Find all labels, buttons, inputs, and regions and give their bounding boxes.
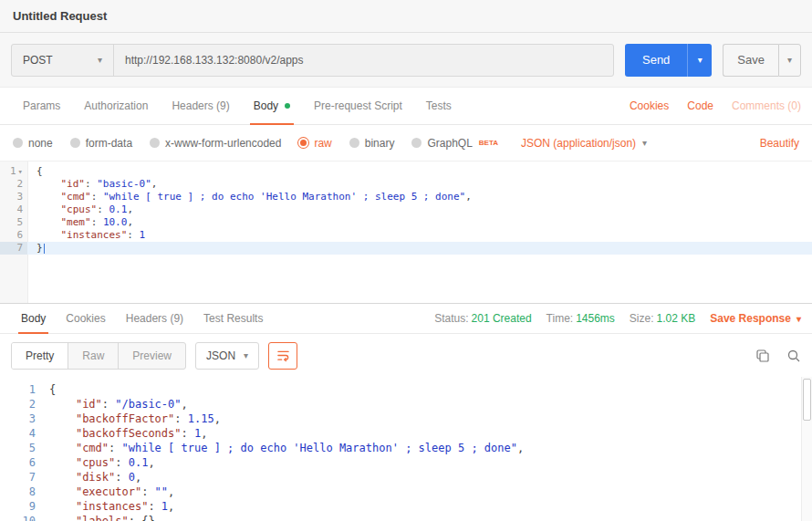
- cookies-link[interactable]: Cookies: [630, 99, 669, 112]
- tab-body[interactable]: Body: [242, 88, 302, 124]
- tab-tests[interactable]: Tests: [414, 88, 463, 124]
- code-text: "id": "basic-0",: [27, 178, 812, 191]
- line-number: 5: [0, 441, 40, 455]
- code-text: "mem": 10.0,: [27, 216, 812, 229]
- send-dropdown-button[interactable]: ▾: [687, 44, 712, 77]
- body-indicator-dot: [285, 103, 290, 109]
- response-tab-body[interactable]: Body: [11, 304, 56, 333]
- response-format-label: JSON: [206, 349, 235, 362]
- beautify-link[interactable]: Beautify: [760, 137, 799, 150]
- line-number: 7: [0, 242, 27, 255]
- line-number: 3: [0, 412, 40, 426]
- line-number: 4: [0, 203, 27, 216]
- url-input[interactable]: [114, 45, 613, 76]
- wrap-text-button[interactable]: [268, 342, 297, 370]
- code-text: "backoffFactor": 1.15,: [40, 412, 812, 426]
- line-number: 7: [0, 470, 40, 485]
- radio-icon: [349, 138, 359, 148]
- chevron-down-icon: ▾: [642, 138, 647, 148]
- code-line: 4 "cpus": 0.1,: [0, 203, 812, 216]
- content-type-dropdown[interactable]: JSON (application/json) ▾: [521, 137, 647, 150]
- view-preview-button[interactable]: Preview: [119, 343, 185, 369]
- chevron-down-icon: ▾: [796, 314, 801, 324]
- body-type-label: x-www-form-urlencoded: [165, 137, 281, 150]
- comments-link[interactable]: Comments (0): [732, 99, 801, 112]
- method-label: POST: [23, 54, 53, 67]
- body-type-label: GraphQL: [427, 137, 472, 150]
- send-button[interactable]: Send: [625, 44, 687, 77]
- save-dropdown-button[interactable]: ▾: [778, 44, 801, 77]
- code-text: "labels": {},: [40, 514, 812, 521]
- code-text: "cmd": "while [ true ] ; do echo 'Hello …: [40, 441, 812, 455]
- request-body-editor[interactable]: 1{2 "id": "basic-0",3 "cmd": "while [ tr…: [0, 162, 812, 304]
- line-number: 8: [0, 485, 40, 499]
- radio-icon: [411, 138, 422, 148]
- line-number: 6: [0, 229, 27, 242]
- line-number: 1: [0, 165, 27, 178]
- search-icon[interactable]: [786, 349, 801, 363]
- line-number: 2: [0, 397, 40, 412]
- line-number: 9: [0, 499, 40, 514]
- body-type-urlencoded[interactable]: x-www-form-urlencoded: [150, 137, 281, 150]
- code-text: "id": "/basic-0",: [40, 397, 812, 412]
- response-tab-cookies[interactable]: Cookies: [56, 304, 115, 333]
- tab-headers[interactable]: Headers (9): [160, 88, 241, 124]
- body-type-raw[interactable]: raw: [298, 137, 331, 150]
- view-pretty-button[interactable]: Pretty: [12, 343, 68, 369]
- tab-params[interactable]: Params: [11, 88, 72, 124]
- tab-body-label: Body: [254, 99, 278, 112]
- response-tab-test-results[interactable]: Test Results: [193, 304, 273, 333]
- code-line: 3 "backoffFactor": 1.15,: [0, 412, 812, 426]
- line-number: 4: [0, 426, 40, 441]
- radio-icon: [13, 138, 23, 148]
- code-text: }: [27, 242, 812, 255]
- code-text: "executor": "",: [40, 485, 812, 499]
- tab-pre-request-script[interactable]: Pre-request Script: [302, 88, 414, 124]
- save-button[interactable]: Save: [723, 44, 778, 77]
- size-badge: Size:1.02 KB: [630, 312, 695, 325]
- url-group: POST ▾: [11, 44, 614, 77]
- chevron-down-icon: ▾: [98, 55, 102, 65]
- body-type-label: binary: [365, 137, 395, 150]
- code-line: 7}: [0, 242, 812, 255]
- body-type-binary[interactable]: binary: [349, 137, 395, 150]
- code-line: 6 "cpus": 0.1,: [0, 455, 812, 470]
- request-tabs: Params Authorization Headers (9) Body Pr…: [0, 88, 812, 125]
- code-text: "backoffSeconds": 1,: [40, 426, 812, 441]
- response-body-viewer[interactable]: 1{2 "id": "/basic-0",3 "backoffFactor": …: [0, 377, 812, 521]
- wrap-text-icon: [276, 349, 290, 362]
- response-toolbar-right: [755, 349, 801, 363]
- code-text: "cpus": 0.1,: [40, 455, 812, 470]
- save-response-button[interactable]: Save Response ▾: [710, 312, 801, 325]
- request-title: Untitled Request: [13, 9, 107, 23]
- code-line: 2 "id": "basic-0",: [0, 178, 812, 191]
- request-bar: POST ▾ Send ▾ Save ▾: [0, 33, 812, 88]
- method-dropdown[interactable]: POST ▾: [12, 45, 114, 76]
- code-text: "instances": 1: [27, 229, 812, 242]
- code-link[interactable]: Code: [687, 99, 713, 112]
- code-line: 2 "id": "/basic-0",: [0, 397, 812, 412]
- code-text: {: [40, 382, 812, 397]
- line-number: 1: [0, 382, 40, 397]
- tab-authorization[interactable]: Authorization: [72, 88, 160, 124]
- response-meta: Status:201 Created Time:1456ms Size:1.02…: [434, 312, 801, 325]
- code-line: 6 "instances": 1: [0, 229, 812, 242]
- line-number: 3: [0, 191, 27, 203]
- view-raw-button[interactable]: Raw: [68, 343, 119, 369]
- body-type-form-data[interactable]: form-data: [70, 137, 132, 150]
- copy-icon[interactable]: [755, 349, 770, 363]
- code-text: "cpus": 0.1,: [27, 203, 812, 216]
- beta-badge: BETA: [479, 139, 498, 147]
- response-format-dropdown[interactable]: JSON ▾: [195, 342, 259, 370]
- response-tab-headers[interactable]: Headers (9): [116, 304, 193, 333]
- body-type-label: raw: [314, 137, 331, 150]
- code-line: 3 "cmd": "while [ true ] ; do echo 'Hell…: [0, 191, 812, 203]
- scrollbar-thumb[interactable]: [803, 379, 811, 421]
- body-type-graphql[interactable]: GraphQL BETA: [411, 137, 498, 150]
- body-type-none[interactable]: none: [13, 137, 53, 150]
- response-view-switch: Pretty Raw Preview: [11, 342, 186, 370]
- code-text: "instances": 1,: [40, 499, 812, 514]
- code-line: 9 "instances": 1,: [0, 499, 812, 514]
- code-line: 10 "labels": {},: [0, 514, 812, 521]
- scrollbar[interactable]: [801, 377, 812, 521]
